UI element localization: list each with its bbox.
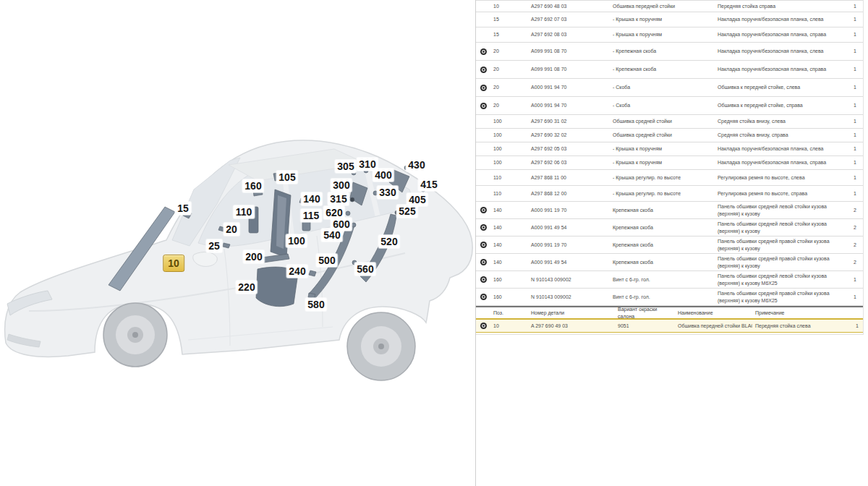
cell-remark: Панель обшивки средней правой стойки куз… [715,290,836,303]
table-row[interactable]: 160N 910143 009002Винт с 6-гр. гол.Панел… [476,289,863,306]
table-row[interactable]: 160N 910143 009002Винт с 6-гр. гол.Панел… [476,271,863,289]
table-row[interactable]: 20A000 991 94 70- СкобаОбшивка к передне… [476,97,863,115]
diagram-callout[interactable]: 315 [328,192,349,205]
diagram-callout[interactable]: 110 [234,205,255,218]
cell-qty: 1 [838,323,863,329]
diagram-callout-selected[interactable]: 10 [163,255,184,272]
info-icon[interactable] [480,103,487,109]
cell-pos: 20 [490,48,528,54]
selected-part-row[interactable]: 10 A 297 690 49 03 9051 Обшивка передней… [476,318,863,333]
table-row[interactable]: 20A099 991 08 70- Крепежная скобаНакладк… [476,43,863,61]
diagram-callout[interactable]: 400 [373,169,393,182]
table-row[interactable]: 15A297 692 08 03- Крышка к поручнямНакла… [476,27,863,43]
table-row[interactable]: 110A297 868 11 00- Крышка регулир. по вы… [476,170,863,186]
cell-part-number: A297 690 31 02 [528,118,610,124]
cell-part-number: A000 991 94 70 [528,84,610,90]
table-row[interactable]: 20A000 991 94 70- СкобаОбшивка к передне… [476,79,863,97]
table-row[interactable]: 100A297 690 31 02Обшивка средней стойкиС… [476,115,863,129]
part-clip-620[interactable] [346,211,350,216]
cell-pos: 140 [490,224,528,231]
table-row[interactable]: 140A000 991 19 70Крепежная скобаПанель о… [476,202,863,219]
epc-parts-screen: 1015202510010511011514016020022024030030… [0,0,868,486]
parts-table-panel: 10A297 690 48 03Обшивка передней стойкиП… [476,0,864,335]
part-clip-315[interactable] [350,197,354,202]
cell-part-number: A 297 690 49 03 [528,323,615,329]
table-row[interactable]: 100A297 692 05 03- Крышка к поручнямНакл… [476,142,863,156]
cell-remark: Панель обшивки средней правой стойки куз… [715,238,836,251]
table-row[interactable]: 10A297 690 48 03Обшивка передней стойкиП… [476,1,863,12]
diagram-callout[interactable]: 415 [418,178,439,191]
table-row[interactable]: 110A297 868 12 00- Крышка регулир. по вы… [476,186,863,202]
table-row[interactable]: 15A297 692 07 03- Крышка к поручнямНакла… [476,12,863,27]
cell-qty: 1 [836,276,861,283]
diagram-callout[interactable]: 580 [305,298,326,311]
diagram-callout[interactable]: 300 [331,179,352,192]
cell-part-number: A099 991 08 70 [528,48,610,54]
info-icon[interactable] [480,48,487,55]
cell-pos: 140 [490,259,528,265]
diagram-callout[interactable]: 600 [331,218,352,231]
diagram-callout[interactable]: 560 [354,263,375,276]
cell-name: Крепежная скоба [610,207,715,213]
cell-qty: 1 [836,294,861,300]
diagram-callout[interactable]: 105 [276,171,297,184]
diagram-callout[interactable]: 25 [206,239,222,252]
diagram-callout[interactable]: 200 [243,250,264,263]
cell-part-number: A297 868 12 00 [528,190,610,197]
info-icon[interactable] [480,207,487,213]
cell-qty: 2 [836,207,861,213]
diagram-callout[interactable]: 220 [236,281,257,294]
table-row[interactable]: 20A099 991 08 70- Крепежная скобаНакладк… [476,61,863,79]
cell-part-number: A297 690 32 02 [528,132,610,138]
info-icon[interactable] [480,224,487,231]
cell-remark: Накладка поручня/безопасная планка, спра… [715,31,836,38]
diagram-callout[interactable]: 305 [335,160,356,173]
diagram-callout[interactable]: 140 [301,192,322,205]
cell-name: - Крышка к поручням [610,16,715,22]
cell-pos: 100 [490,145,528,152]
header-pos: Поз. [490,310,528,316]
cell-name: Винт с 6-гр. гол. [610,276,715,283]
cell-qty: 1 [836,118,861,124]
table-row[interactable]: 140A000 991 49 54Крепежная скобаПанель о… [476,254,863,271]
diagram-callout[interactable]: 500 [316,254,337,267]
diagram-callout[interactable]: 330 [377,186,398,199]
part-clip-600[interactable] [352,223,356,227]
cell-remark: Обшивка к передней стойке, справа [715,102,836,108]
info-icon[interactable] [480,242,487,248]
rear-wheel [347,312,415,380]
cell-variant: 9051 [615,323,675,329]
cell-qty: 1 [836,3,861,9]
diagram-callout[interactable]: 115 [301,209,322,222]
table-row[interactable]: 100A297 690 32 02Обшивка средней стойкиС… [476,129,863,142]
cell-pos: 100 [490,118,528,124]
cell-name: Крепежная скоба [610,242,715,248]
diagram-callout[interactable]: 15 [175,202,191,215]
table-row[interactable]: 100A297 692 06 03- Крышка к поручнямНакл… [476,156,863,170]
diagram-callout[interactable]: 525 [396,205,417,218]
table-row[interactable]: 140A000 991 49 54Крепежная скобаПанель о… [476,219,863,236]
diagram-callout[interactable]: 520 [378,235,399,248]
diagram-callout[interactable]: 240 [286,265,307,278]
info-icon[interactable] [480,276,487,283]
row-icon-cell [476,224,490,231]
cell-remark: Средняя стойка внизу, справа [715,132,836,138]
diagram-callout[interactable]: 160 [242,179,263,192]
info-icon[interactable] [480,85,487,91]
table-row[interactable]: 140A000 991 19 70Крепежная скобаПанель о… [476,236,863,254]
cell-qty: 1 [836,132,861,138]
diagram-callout[interactable]: 430 [406,158,427,171]
cell-remark: Обшивка к передней стойке, слева [715,84,836,90]
diagram-callout[interactable]: 100 [286,234,307,247]
info-icon[interactable] [480,323,487,329]
cell-remark: Накладка поручня/безопасная планка, спра… [715,66,836,72]
cell-part-number: A297 692 07 03 [528,16,610,22]
cell-pos: 20 [490,66,528,72]
cell-remark: Регулировка ремня по высоте, справа [715,190,836,197]
info-icon[interactable] [480,294,487,300]
info-icon[interactable] [480,259,487,265]
row-icon-cell [476,323,490,329]
diagram-callout[interactable]: 20 [224,223,239,236]
info-icon[interactable] [480,67,487,73]
diagram-callout[interactable]: 620 [323,206,344,219]
